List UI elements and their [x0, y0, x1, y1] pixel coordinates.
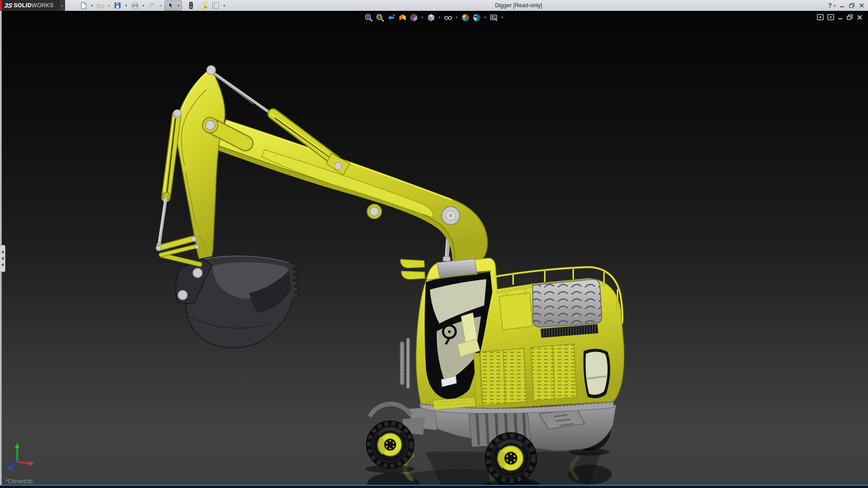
help-button[interactable]: ? [828, 0, 832, 11]
taskbar-edge [0, 485, 868, 488]
ds-logo-icon: 3S [4, 2, 13, 9]
save-button[interactable] [112, 1, 123, 10]
options-dropdown[interactable]: ▾ [222, 1, 227, 10]
save-floppy-icon [113, 1, 122, 9]
file-properties-button[interactable] [199, 1, 210, 10]
minimize-button[interactable] [840, 0, 845, 11]
select-tool-pressed: ▾ [165, 0, 182, 11]
close-icon [859, 3, 864, 8]
restore-button[interactable] [849, 0, 855, 11]
open-folder-icon [96, 1, 104, 9]
undo-arrow-icon [148, 1, 156, 9]
minimize-icon [840, 3, 845, 8]
traffic-light-icon [187, 1, 195, 9]
help-dropdown[interactable]: ▾ [834, 4, 835, 8]
orientation-triad [4, 442, 42, 476]
view-orientation-label: *Dimetric [5, 477, 33, 485]
logo-red-accent [0, 0, 2, 11]
digger-3d-model[interactable] [0, 11, 868, 488]
graphics-viewport[interactable]: ▾ ▾ ▾ ▾ ▾ [0, 11, 868, 488]
document-title: Digger [Read-only] [495, 0, 542, 11]
undo-dropdown[interactable]: ▾ [158, 1, 163, 10]
y-axis-arrow [15, 443, 19, 448]
solidworks-logo: 3S SOLIDWORKS [0, 0, 60, 11]
rear-wheel [485, 432, 537, 484]
select-button[interactable] [165, 1, 176, 10]
select-dropdown[interactable]: ▾ [176, 1, 181, 10]
file-properties-icon [200, 1, 208, 9]
options-checklist-icon [212, 1, 220, 9]
print-dropdown[interactable]: ▾ [141, 1, 146, 10]
print-button[interactable] [129, 1, 140, 10]
boom-assembly [157, 66, 488, 271]
window-controls: ? ▾ [828, 0, 864, 11]
brand-name: SOLIDWORKS [14, 2, 53, 9]
open-dropdown[interactable]: ▾ [106, 1, 112, 10]
x-axis-arrow [29, 461, 34, 465]
restore-icon [849, 3, 855, 8]
rebuild-button[interactable] [185, 1, 196, 10]
menu-flyout-arrow[interactable]: ▸ [60, 0, 65, 11]
brand-bold: SOLID [14, 2, 32, 9]
options-button[interactable] [210, 1, 221, 10]
new-document-icon [79, 1, 87, 9]
new-document-button[interactable] [78, 1, 89, 10]
close-button[interactable] [859, 0, 864, 11]
undo-button[interactable] [146, 1, 157, 10]
print-icon [131, 1, 139, 9]
front-wheel [366, 421, 414, 469]
main-toolbar: ▾ ▾ ▾ ▾ ▾ ▾ [78, 0, 227, 11]
save-dropdown[interactable]: ▾ [123, 1, 129, 10]
cursor-arrow-icon [166, 1, 175, 9]
title-bar[interactable]: 3S SOLIDWORKS ▸ ▾ ▾ ▾ ▾ ▾ ▾ [0, 0, 868, 11]
bucket-assembly [156, 237, 300, 348]
new-document-dropdown[interactable]: ▾ [89, 1, 94, 10]
machine-body [400, 258, 624, 413]
brand-light: WORKS [32, 2, 54, 9]
open-button[interactable] [95, 1, 106, 10]
